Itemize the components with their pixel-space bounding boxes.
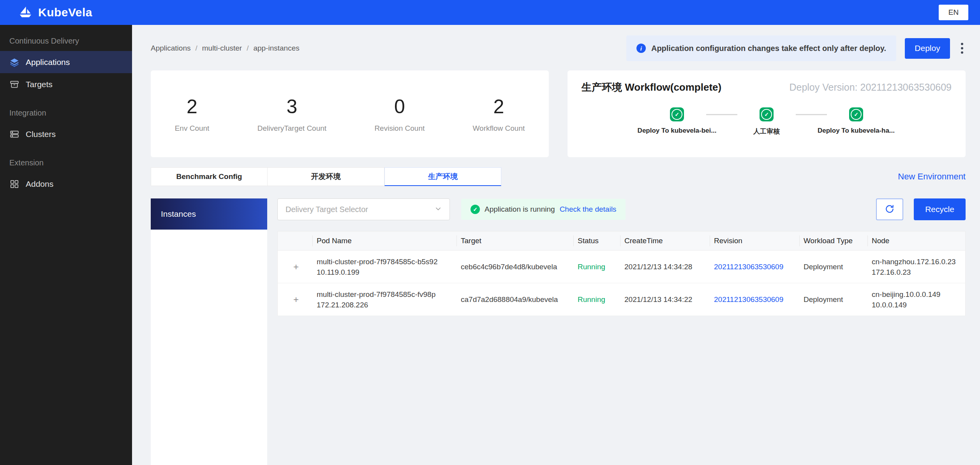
table-header-row: Pod Name Target Status CreateTime Revisi… (278, 232, 965, 251)
status-cell: Running (574, 290, 620, 309)
recycle-button[interactable]: Recycle (914, 198, 966, 220)
env-subnav: Instances (151, 198, 267, 465)
stats-card: 2 Env Count 3 DeliveryTarget Count 0 Rev… (151, 70, 549, 157)
workflow-step-label: Deploy To kubevela-bei... (638, 127, 717, 135)
pod-name-cell: multi-cluster-prod-7f9784585c-fv98p 172.… (313, 285, 457, 314)
workflow-steps: ✓ Deploy To kubevela-bei... ✓ 人工审核 (582, 107, 952, 136)
check-details-link[interactable]: Check the details (560, 205, 617, 214)
sidebar-item-targets[interactable]: Targets (0, 73, 132, 95)
workflow-step-success-icon[interactable]: ✓ (670, 107, 684, 121)
col-header-revision: Revision (710, 235, 800, 246)
more-actions-kebab-icon[interactable] (959, 40, 966, 56)
clusters-icon (9, 129, 19, 139)
node-name: cn-beijing.10.0.0.149 (872, 289, 963, 300)
targets-icon (9, 79, 19, 89)
breadcrumb-applications[interactable]: Applications (151, 44, 190, 53)
workflow-step-label: Deploy To kubevela-ha... (818, 127, 895, 135)
createtime-cell: 2021/12/13 14:34:28 (620, 258, 710, 276)
sidebar-item-addons[interactable]: Addons (0, 173, 132, 195)
col-header-pod-name: Pod Name (313, 235, 457, 246)
main-content: Applications / multi-cluster / app-insta… (132, 25, 980, 465)
node-name: cn-hangzhou.172.16.0.23 (872, 256, 963, 267)
instances-toolbar: Delivery Target Selector ✓ Application i… (277, 198, 966, 220)
tab-benchmark-config[interactable]: Benchmark Config (151, 167, 268, 186)
pod-name: multi-cluster-prod-7f9784585c-b5s92 (317, 256, 455, 267)
stat-value: 2 (473, 95, 525, 118)
refresh-button[interactable] (876, 198, 903, 220)
breadcrumb-app-instances[interactable]: app-instances (253, 44, 299, 53)
pod-ip: 10.119.0.199 (317, 267, 455, 277)
chevron-down-icon (435, 205, 442, 214)
stat-label: Revision Count (374, 124, 425, 133)
top-bar: KubeVela EN (0, 0, 980, 25)
sidebar-section-integration: Integration (9, 109, 132, 118)
revision-link[interactable]: 20211213063530609 (714, 295, 783, 304)
stat-value: 0 (374, 95, 425, 118)
node-ip: 10.0.0.149 (872, 300, 963, 310)
col-header-node: Node (868, 235, 965, 246)
deploy-version: Deploy Version: 20211213063530609 (789, 82, 952, 93)
col-header-target: Target (457, 235, 574, 246)
col-header-createtime: CreateTime (620, 235, 710, 246)
workflow-step-2: ✓ 人工审核 (737, 107, 796, 136)
success-check-icon: ✓ (471, 205, 480, 214)
pod-name-cell: multi-cluster-prod-7f9784585c-b5s92 10.1… (313, 253, 457, 281)
sidebar-section-continuous-delivery: Continuous Delivery (9, 37, 132, 46)
pod-name: multi-cluster-prod-7f9784585c-fv98p (317, 289, 455, 300)
workflow-connector (796, 114, 827, 115)
check-icon: ✓ (851, 109, 862, 120)
table-row: + multi-cluster-prod-7f9784585c-b5s92 10… (278, 251, 965, 283)
node-cell: cn-hangzhou.172.16.0.23 172.16.0.23 (868, 253, 965, 281)
deploy-notice-banner: i Application configuration changes take… (626, 35, 896, 61)
delivery-target-selector[interactable]: Delivery Target Selector (277, 198, 450, 220)
breadcrumb-separator: / (247, 44, 249, 53)
row-expander-icon[interactable]: + (278, 290, 313, 309)
stat-label: Env Count (175, 124, 210, 133)
breadcrumb-multi-cluster[interactable]: multi-cluster (202, 44, 242, 53)
sidebar-item-applications[interactable]: Applications (0, 51, 132, 73)
selector-placeholder: Delivery Target Selector (286, 205, 368, 214)
new-environment-link[interactable]: New Environment (898, 172, 966, 182)
brand: KubeVela (18, 5, 92, 20)
tab-dev-environment[interactable]: 开发环境 (268, 167, 384, 186)
workflow-title: 生产环境 Workflow(complete) (582, 81, 721, 94)
stat-workflow-count: 2 Workflow Count (473, 95, 525, 133)
row-expander-icon[interactable]: + (278, 258, 313, 276)
stat-value: 2 (175, 95, 210, 118)
deploy-button[interactable]: Deploy (905, 38, 950, 59)
target-cell: ca7d7a2d688804a9/kubevela (457, 290, 574, 309)
workflow-step-success-icon[interactable]: ✓ (849, 107, 863, 121)
tab-prod-environment[interactable]: 生产环境 (384, 167, 501, 186)
sidebar: Continuous Delivery Applications (0, 25, 132, 465)
workflow-card: 生产环境 Workflow(complete) Deploy Version: … (568, 70, 966, 157)
brand-name: KubeVela (38, 6, 92, 19)
kubevela-logo-icon (18, 5, 33, 20)
sidebar-item-label: Clusters (26, 130, 56, 139)
workflow-connector (706, 114, 737, 115)
sidebar-section-extension: Extension (9, 158, 132, 167)
language-button[interactable]: EN (939, 5, 968, 20)
workflow-step-3: ✓ Deploy To kubevela-ha... (827, 107, 885, 135)
application-status-text: Application is running (485, 205, 555, 214)
application-status-banner: ✓ Application is running Check the detai… (461, 199, 626, 220)
revision-link[interactable]: 20211213063530609 (714, 263, 783, 271)
stat-delivery-target-count: 3 DeliveryTarget Count (257, 95, 326, 133)
node-cell: cn-beijing.10.0.0.149 10.0.0.149 (868, 285, 965, 314)
stat-label: Workflow Count (473, 124, 525, 133)
breadcrumb-separator: / (195, 44, 197, 53)
addons-icon (9, 179, 19, 189)
kubevela-app: KubeVela EN Continuous Delivery Applicat… (0, 0, 980, 465)
col-header-workload-type: Workload Type (800, 235, 868, 246)
deploy-notice-text: Application configuration changes take e… (651, 44, 886, 53)
subnav-item-instances[interactable]: Instances (151, 198, 267, 230)
node-ip: 172.16.0.23 (872, 267, 963, 277)
createtime-cell: 2021/12/13 14:34:22 (620, 290, 710, 309)
pods-table: Pod Name Target Status CreateTime Revisi… (277, 231, 966, 316)
sidebar-item-clusters[interactable]: Clusters (0, 123, 132, 145)
stat-revision-count: 0 Revision Count (374, 95, 425, 133)
target-cell: ceb6c4c96b7de4d8/kubevela (457, 258, 574, 276)
stat-value: 3 (257, 95, 326, 118)
workload-type-cell: Deployment (800, 290, 868, 309)
workflow-step-success-icon[interactable]: ✓ (760, 107, 774, 121)
sidebar-item-label: Addons (26, 179, 53, 189)
